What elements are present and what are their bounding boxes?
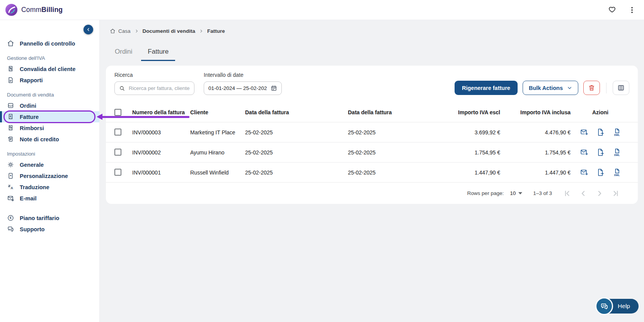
search-input[interactable] bbox=[129, 85, 190, 91]
invoice-date-2-cell: 25-02-2025 bbox=[348, 129, 436, 136]
sidebar-item-email[interactable]: E-mail bbox=[0, 193, 99, 204]
sidebar-item-generale[interactable]: Generale bbox=[0, 159, 99, 170]
send-invoice-email-button[interactable] bbox=[580, 168, 588, 177]
select-all-checkbox[interactable] bbox=[114, 109, 121, 116]
rows-per-page-label: Rows per page: bbox=[467, 190, 504, 196]
breadcrumb-item-documenti-di-vendita[interactable]: Documenti di vendita bbox=[143, 28, 196, 34]
table-row: INV/000003 Marketing IT Place 25-02-2025… bbox=[106, 122, 638, 142]
export-invoice-button[interactable] bbox=[596, 148, 605, 157]
export-invoice-button[interactable] bbox=[596, 168, 605, 177]
column-header-invoice-date-2: Data della fattura bbox=[348, 109, 436, 115]
select-row-checkbox[interactable] bbox=[114, 129, 121, 136]
sidebar-item-rimborsi[interactable]: Rimborsi bbox=[0, 122, 99, 134]
download-xml-button[interactable]: XML bbox=[613, 148, 621, 157]
sidebar-item-label: Personalizzazione bbox=[20, 173, 68, 179]
receipt-euro-icon: € bbox=[7, 113, 14, 120]
trash-icon bbox=[588, 84, 595, 92]
send-invoice-email-button[interactable] bbox=[580, 148, 588, 157]
download-xml-button[interactable]: XML bbox=[613, 128, 621, 137]
sidebar-item-fatture[interactable]: € Fatture bbox=[0, 111, 99, 122]
tabs: Ordini Fatture bbox=[108, 44, 638, 61]
top-header: CommBilling bbox=[0, 0, 644, 20]
next-page-button[interactable] bbox=[595, 189, 604, 198]
sidebar-item-piano-tariffario[interactable]: € Piano tariffario bbox=[0, 212, 99, 224]
mail-gear-icon bbox=[7, 195, 14, 202]
mail-send-icon bbox=[580, 128, 588, 136]
sidebar: Pannello di controllo Gestione dell'IVA … bbox=[0, 20, 100, 322]
gear-icon bbox=[7, 161, 14, 168]
download-xml-button[interactable]: XML bbox=[613, 168, 621, 177]
favorites-button[interactable] bbox=[607, 5, 617, 15]
filters-row: Ricerca Intervallo di date bbox=[106, 66, 638, 103]
brand[interactable]: CommBilling bbox=[5, 4, 63, 16]
kebab-menu-icon bbox=[629, 6, 635, 14]
columns-button[interactable] bbox=[613, 81, 629, 95]
sidebar-nav: Pannello di controllo Gestione dell'IVA … bbox=[0, 38, 99, 235]
sidebar-item-ordini[interactable]: Ordini bbox=[0, 100, 99, 111]
table-header-row: Numero della fattura Cliente Data della … bbox=[106, 103, 638, 122]
search-field-group: Ricerca bbox=[114, 72, 194, 95]
help-button[interactable]: Help bbox=[599, 299, 639, 314]
receipt-return-icon bbox=[7, 124, 14, 132]
sidebar-item-label: Pannello di controllo bbox=[20, 41, 75, 47]
sidebar-item-label: Rapporti bbox=[20, 77, 43, 83]
column-header-amount-excl-vat: Importo IVA escl bbox=[436, 109, 501, 115]
previous-page-button[interactable] bbox=[579, 189, 588, 198]
svg-text:€: € bbox=[10, 115, 12, 118]
help-label: Help bbox=[618, 303, 630, 310]
breadcrumb: Casa Documenti di vendita Fatture bbox=[110, 27, 638, 35]
amount-excl-vat-cell: 1.754,95 € bbox=[436, 149, 501, 156]
file-xml-icon: XML bbox=[613, 148, 621, 157]
sidebar-item-personalizzazione[interactable]: * Personalizzazione bbox=[0, 170, 99, 181]
first-page-button[interactable] bbox=[563, 189, 571, 198]
sidebar-item-rapporti[interactable]: Rapporti bbox=[0, 75, 99, 86]
delete-button[interactable] bbox=[583, 81, 600, 95]
table-row: INV/000001 Russell Winfield 25-02-2025 2… bbox=[106, 162, 638, 182]
amount-incl-vat-cell: 1.447,90 € bbox=[501, 169, 571, 176]
translate-icon: A bbox=[7, 183, 14, 191]
sidebar-item-label: Note di credito bbox=[20, 136, 59, 142]
invoice-date-cell: 25-02-2025 bbox=[245, 149, 348, 156]
customer-cell: Russell Winfield bbox=[190, 169, 245, 176]
rows-per-page-select[interactable]: 10 bbox=[510, 190, 522, 196]
sidebar-item-supporto[interactable]: Supporto bbox=[0, 224, 99, 235]
select-row-checkbox[interactable] bbox=[114, 169, 121, 176]
sidebar-item-traduzione[interactable]: A Traduzione bbox=[0, 181, 99, 193]
chevron-left-icon bbox=[579, 189, 588, 198]
main-content: Casa Documenti di vendita Fatture Ordini… bbox=[100, 20, 644, 322]
bulk-actions-button[interactable]: Bulk Actions bbox=[523, 81, 578, 95]
date-range-input-wrap bbox=[204, 81, 282, 95]
breadcrumb-item-casa[interactable]: Casa bbox=[110, 28, 131, 34]
invoice-number-cell: INV/000003 bbox=[132, 129, 190, 136]
columns-icon bbox=[617, 84, 625, 92]
amount-excl-vat-cell: 3.699,92 € bbox=[436, 129, 501, 136]
tab-ordini[interactable]: Ordini bbox=[108, 44, 139, 61]
file-export-icon bbox=[596, 128, 605, 136]
overflow-menu-button[interactable] bbox=[628, 5, 636, 15]
sidebar-item-label: Ordini bbox=[20, 103, 36, 109]
sidebar-item-label: Fatture bbox=[20, 114, 39, 120]
send-invoice-email-button[interactable] bbox=[580, 128, 588, 137]
tab-fatture[interactable]: Fatture bbox=[141, 44, 175, 61]
last-page-button[interactable] bbox=[612, 189, 620, 198]
export-invoice-button[interactable] bbox=[596, 128, 605, 137]
file-xml-icon: XML bbox=[613, 168, 621, 177]
brand-name: CommBilling bbox=[21, 6, 63, 14]
sidebar-collapse-button[interactable] bbox=[83, 25, 93, 34]
inbox-icon bbox=[7, 102, 14, 109]
sidebar-item-label: Rimborsi bbox=[20, 125, 44, 131]
home-icon bbox=[7, 40, 14, 47]
file-export-icon bbox=[596, 168, 605, 176]
select-row-checkbox[interactable] bbox=[114, 149, 121, 156]
date-range-input[interactable] bbox=[208, 85, 267, 91]
regenerate-invoices-button[interactable]: Rigenerare fatture bbox=[455, 81, 518, 95]
sidebar-item-note-di-credito[interactable]: Note di credito bbox=[0, 134, 99, 145]
sidebar-item-label: Supporto bbox=[20, 226, 44, 232]
svg-text:*: * bbox=[10, 174, 12, 178]
sidebar-item-label: E-mail bbox=[20, 195, 37, 202]
invoice-date-cell: 25-02-2025 bbox=[245, 169, 348, 176]
toolbar: Rigenerare fatture Bulk Actions bbox=[455, 81, 629, 95]
sidebar-item-pannello-di-controllo[interactable]: Pannello di controllo bbox=[0, 38, 99, 49]
search-label: Ricerca bbox=[114, 72, 194, 78]
sidebar-item-convalida-del-cliente[interactable]: Convalida del cliente bbox=[0, 63, 99, 75]
